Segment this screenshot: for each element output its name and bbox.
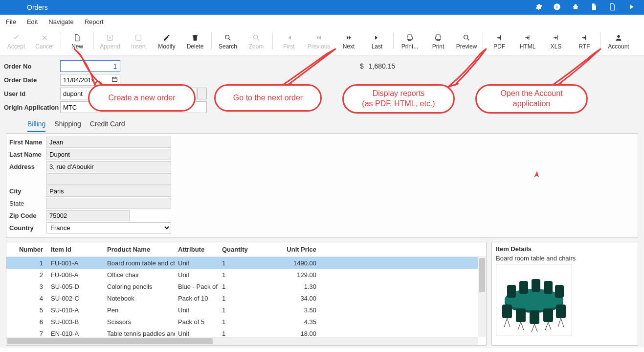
svg-rect-1	[556, 6, 557, 8]
svg-rect-4	[136, 35, 141, 41]
user-id-label: User Id	[4, 90, 60, 97]
table-row[interactable]: 2FU-008-AOffice chairUnit1129.00	[6, 269, 486, 281]
bug-icon[interactable]	[572, 3, 579, 12]
menu-report[interactable]: Report	[85, 18, 104, 25]
col-number[interactable]: Number	[6, 246, 48, 253]
cell-unit-price: 4.35	[266, 318, 324, 326]
cell-number: 6	[6, 318, 48, 326]
cell-attribute: Unit	[175, 330, 219, 337]
col-itemid[interactable]: Item Id	[48, 246, 104, 253]
last-name-input[interactable]	[46, 149, 171, 160]
gear-icon[interactable]	[534, 3, 542, 12]
origin-label: Origin Application	[4, 104, 60, 111]
user-lookup-button[interactable]	[197, 88, 207, 99]
cell-itemid: SU-002-C	[48, 295, 104, 302]
cell-attribute: Pack of 10	[175, 295, 219, 302]
window-title: Orders	[27, 3, 48, 11]
state-input[interactable]	[46, 198, 171, 209]
insert-button[interactable]: Insert	[124, 31, 153, 51]
cell-unit-price: 18.00	[266, 330, 324, 337]
svg-line-24	[518, 322, 521, 330]
table-row[interactable]: 3SU-005-DColoring pencilsBlue - Pack of …	[6, 281, 486, 292]
zip-input[interactable]	[46, 210, 130, 221]
table-row[interactable]: 5SU-010-APenUnit13.50	[6, 304, 486, 316]
cell-number: 7	[6, 330, 48, 337]
order-date-label: Order Date	[4, 76, 60, 84]
cell-unit-price: 1.30	[266, 283, 324, 290]
svg-line-25	[521, 322, 524, 330]
cell-product-name: Table tennis paddles and	[104, 330, 175, 337]
menu-file[interactable]: File	[6, 18, 16, 25]
grid-scrollbar-vertical[interactable]	[478, 257, 486, 337]
cell-attribute: Unit	[175, 271, 219, 279]
print-dialog-button[interactable]: Print...	[396, 31, 424, 51]
svg-rect-19	[530, 310, 539, 324]
calendar-icon[interactable]	[111, 76, 118, 84]
title-bar: Orders	[0, 0, 644, 15]
callout-account: Open the Accountapplication	[475, 84, 588, 114]
cell-unit-price: 3.50	[266, 306, 324, 314]
cell-quantity: 1	[219, 306, 266, 314]
table-row[interactable]: 4SU-002-CNotebookPack of 10134.00	[6, 292, 486, 304]
cell-unit-price: 34.00	[266, 295, 324, 302]
cell-quantity: 1	[219, 330, 266, 337]
table-row[interactable]: 6SU-003-BScissorsPack of 514.35	[6, 316, 486, 328]
delete-button[interactable]: Delete	[181, 31, 209, 51]
first-name-input[interactable]	[46, 137, 171, 148]
country-select[interactable]: France	[46, 222, 171, 234]
col-quantity[interactable]: Quantity	[219, 246, 266, 253]
tab-bar: Billing Shipping Credit Card	[4, 115, 640, 132]
address-label: Address	[9, 163, 46, 170]
menu-edit[interactable]: Edit	[27, 18, 38, 25]
tab-billing[interactable]: Billing	[27, 120, 45, 132]
svg-rect-17	[502, 305, 512, 318]
svg-line-23	[507, 318, 510, 327]
first-name-label: First Name	[9, 139, 46, 146]
search-button[interactable]: Search	[214, 31, 242, 51]
address2-input[interactable]	[46, 173, 171, 185]
menu-navigate[interactable]: Navigate	[48, 18, 73, 25]
tab-credit-card[interactable]: Credit Card	[90, 120, 125, 132]
svg-point-5	[225, 35, 229, 39]
cell-itemid: EN-010-A	[48, 330, 104, 337]
details-title: Item Details	[496, 245, 634, 253]
cancel-button[interactable]: Cancel	[30, 31, 59, 51]
play-icon[interactable]	[627, 3, 635, 12]
title-bar-actions	[534, 3, 639, 12]
info-icon[interactable]	[553, 3, 561, 12]
new-document-icon[interactable]	[609, 3, 617, 12]
svg-point-8	[617, 35, 620, 38]
last-button[interactable]: Last	[363, 31, 391, 51]
zoom-button[interactable]: Zoom	[242, 31, 270, 51]
account-button[interactable]: Account	[603, 31, 634, 51]
cell-quantity: 1	[219, 318, 266, 326]
total-currency: $	[360, 62, 364, 70]
item-details-panel: Item Details Board room table and chairs	[491, 242, 638, 346]
svg-rect-14	[532, 279, 540, 292]
tab-shipping[interactable]: Shipping	[54, 120, 81, 132]
col-unit-price[interactable]: Unit Price	[266, 246, 324, 253]
html-button[interactable]: HTML	[513, 31, 542, 51]
col-attribute[interactable]: Attribute	[175, 246, 219, 253]
col-product-name[interactable]: Product Name	[104, 246, 175, 253]
cell-itemid: SU-010-A	[48, 306, 104, 314]
state-label: State	[9, 200, 46, 207]
city-input[interactable]	[46, 186, 171, 197]
billing-panel: First Name Last Name Address City State …	[6, 133, 638, 238]
cell-attribute: Unit	[175, 306, 219, 314]
cell-number: 5	[6, 306, 48, 314]
svg-rect-13	[519, 281, 528, 294]
document-icon[interactable]	[590, 3, 598, 12]
svg-line-30	[558, 318, 561, 327]
grid-scrollbar-horizontal[interactable]	[6, 337, 478, 345]
cell-number: 2	[6, 271, 48, 279]
cell-product-name: Pen	[104, 306, 175, 314]
svg-rect-18	[516, 308, 526, 322]
accept-button[interactable]: Accept	[2, 31, 30, 51]
table-row[interactable]: 1FU-001-ABoard room table and chUnit1149…	[6, 257, 486, 269]
cell-attribute: Pack of 5	[175, 318, 219, 326]
address1-input[interactable]	[46, 161, 171, 172]
cell-product-name: Notebook	[104, 295, 175, 302]
modify-button[interactable]: Modify	[153, 31, 181, 51]
country-label: Country	[9, 224, 46, 232]
